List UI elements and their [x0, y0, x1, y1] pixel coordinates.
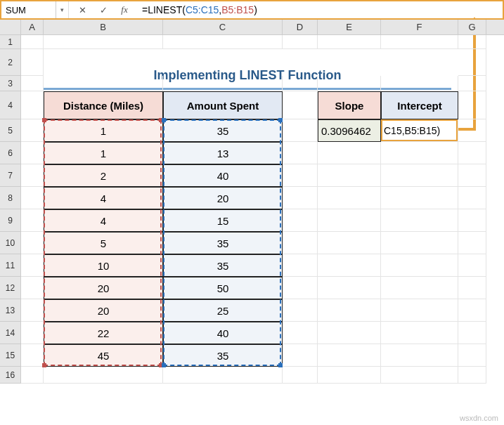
- cell-C7[interactable]: 40: [163, 164, 283, 187]
- cell-D11[interactable]: [283, 254, 318, 277]
- col-header-E[interactable]: E: [318, 20, 381, 34]
- cell-F16[interactable]: [381, 367, 458, 384]
- header-slope[interactable]: Slope: [318, 91, 381, 119]
- cell-E3[interactable]: [318, 76, 381, 91]
- cell-D9[interactable]: [283, 209, 318, 232]
- cell-B11[interactable]: 10: [44, 254, 163, 277]
- cell-A3[interactable]: [21, 76, 44, 91]
- cell-E5-slope[interactable]: 0.3096462: [318, 119, 381, 142]
- cell-A1[interactable]: [21, 35, 44, 49]
- cell-B6[interactable]: 1: [44, 142, 163, 164]
- name-box[interactable]: SUM: [1, 1, 56, 18]
- cell-B16[interactable]: [44, 367, 163, 384]
- row-header-9[interactable]: 9: [0, 209, 21, 232]
- cell-E2[interactable]: [318, 49, 381, 76]
- cell-D5[interactable]: [283, 119, 318, 142]
- cell-F15[interactable]: [381, 344, 458, 367]
- row-header-5[interactable]: 5: [0, 119, 21, 142]
- row-header-11[interactable]: 11: [0, 254, 21, 277]
- cell-G14[interactable]: [458, 322, 486, 344]
- cell-E9[interactable]: [318, 209, 381, 232]
- cell-C10[interactable]: 35: [163, 232, 283, 254]
- cell-D4[interactable]: [283, 91, 318, 119]
- cell-C8[interactable]: 20: [163, 187, 283, 209]
- cell-A4[interactable]: [21, 91, 44, 119]
- cell-B2[interactable]: [44, 49, 163, 76]
- row-header-4[interactable]: 4: [0, 91, 21, 119]
- cell-C16[interactable]: [163, 367, 283, 384]
- cell-B14[interactable]: 22: [44, 322, 163, 344]
- row-header-8[interactable]: 8: [0, 187, 21, 209]
- row-header-12[interactable]: 12: [0, 277, 21, 299]
- cell-A16[interactable]: [21, 367, 44, 384]
- cell-A5[interactable]: [21, 119, 44, 142]
- cell-G7[interactable]: [458, 164, 486, 187]
- cell-B7[interactable]: 2: [44, 164, 163, 187]
- row-header-2[interactable]: 2: [0, 49, 21, 76]
- cell-C14[interactable]: 40: [163, 322, 283, 344]
- cell-E16[interactable]: [318, 367, 381, 384]
- cell-B9[interactable]: 4: [44, 209, 163, 232]
- row-header-6[interactable]: 6: [0, 142, 21, 164]
- cell-A7[interactable]: [21, 164, 44, 187]
- cell-G16[interactable]: [458, 367, 486, 384]
- cell-A9[interactable]: [21, 209, 44, 232]
- cell-B1[interactable]: [44, 35, 163, 49]
- cell-F9[interactable]: [381, 209, 458, 232]
- cell-D2[interactable]: [283, 49, 318, 76]
- cell-F6[interactable]: [381, 142, 458, 164]
- cell-C11[interactable]: 35: [163, 254, 283, 277]
- cell-F11[interactable]: [381, 254, 458, 277]
- col-header-F[interactable]: F: [381, 20, 458, 34]
- cell-F13[interactable]: [381, 299, 458, 322]
- cell-G15[interactable]: [458, 344, 486, 367]
- cell-C6[interactable]: 13: [163, 142, 283, 164]
- cell-A8[interactable]: [21, 187, 44, 209]
- row-header-10[interactable]: 10: [0, 232, 21, 254]
- col-header-D[interactable]: D: [283, 20, 318, 34]
- cell-G5[interactable]: [458, 119, 486, 142]
- cell-G10[interactable]: [458, 232, 486, 254]
- cell-C1[interactable]: [163, 35, 283, 49]
- cell-E15[interactable]: [318, 344, 381, 367]
- cell-F7[interactable]: [381, 164, 458, 187]
- cell-G9[interactable]: [458, 209, 486, 232]
- cell-A11[interactable]: [21, 254, 44, 277]
- header-intercept[interactable]: Intercept: [381, 91, 458, 119]
- cell-F2[interactable]: [381, 49, 458, 76]
- cell-D12[interactable]: [283, 277, 318, 299]
- cell-D6[interactable]: [283, 142, 318, 164]
- header-amount[interactable]: Amount Spent: [163, 91, 283, 119]
- row-header-15[interactable]: 15: [0, 344, 21, 367]
- cell-B3[interactable]: [44, 76, 163, 91]
- cell-E8[interactable]: [318, 187, 381, 209]
- cell-A2[interactable]: [21, 49, 44, 76]
- cell-B13[interactable]: 20: [44, 299, 163, 322]
- cell-C5[interactable]: 35: [163, 119, 283, 142]
- cell-E1[interactable]: [318, 35, 381, 49]
- cell-F8[interactable]: [381, 187, 458, 209]
- cell-A13[interactable]: [21, 299, 44, 322]
- cell-G4[interactable]: [458, 91, 486, 119]
- cell-F5-intercept[interactable]: C15,B5:B15): [381, 119, 458, 142]
- row-header-7[interactable]: 7: [0, 164, 21, 187]
- cell-B10[interactable]: 5: [44, 232, 163, 254]
- row-header-13[interactable]: 13: [0, 299, 21, 322]
- cancel-icon[interactable]: ✕: [72, 1, 93, 18]
- row-header-16[interactable]: 16: [0, 367, 21, 384]
- cell-B12[interactable]: 20: [44, 277, 163, 299]
- cell-B8[interactable]: 4: [44, 187, 163, 209]
- cell-B15[interactable]: 45: [44, 344, 163, 367]
- row-header-1[interactable]: 1: [0, 35, 21, 49]
- cell-E12[interactable]: [318, 277, 381, 299]
- cell-A14[interactable]: [21, 322, 44, 344]
- cell-G2[interactable]: [458, 49, 486, 76]
- cell-C9[interactable]: 15: [163, 209, 283, 232]
- cell-A15[interactable]: [21, 344, 44, 367]
- cell-G12[interactable]: [458, 277, 486, 299]
- cell-D16[interactable]: [283, 367, 318, 384]
- cell-D8[interactable]: [283, 187, 318, 209]
- cell-D1[interactable]: [283, 35, 318, 49]
- cell-F10[interactable]: [381, 232, 458, 254]
- col-header-A[interactable]: A: [21, 20, 44, 34]
